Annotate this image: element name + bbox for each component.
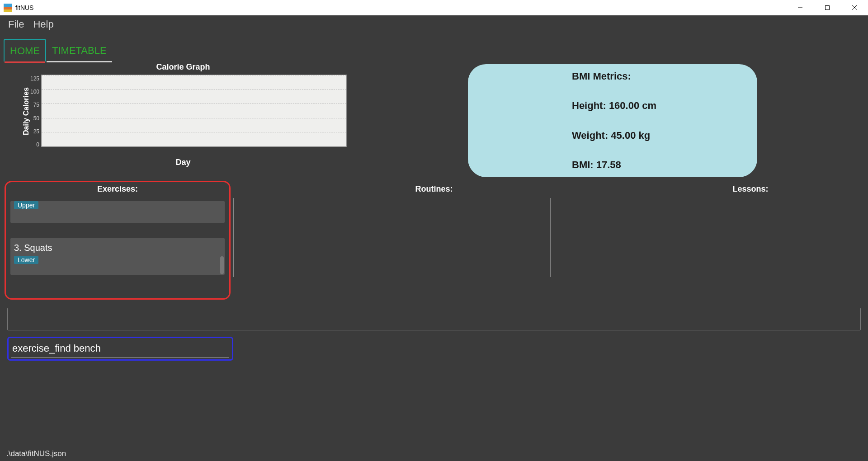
routines-panel xyxy=(237,198,547,300)
bmi-metrics-card: BMI Metrics: Height: 160.00 cm Weight: 4… xyxy=(468,64,757,177)
content-area: Calorie Graph Daily Calories 125 100 75 … xyxy=(0,61,868,461)
ytick: 75 xyxy=(30,102,39,108)
result-display xyxy=(7,308,861,330)
scrollbar-thumb[interactable] xyxy=(220,256,224,274)
bmi-value: BMI: 17.58 xyxy=(572,159,748,171)
maximize-button[interactable] xyxy=(814,0,841,15)
panels-body: Upper 3. Squats Lower xyxy=(5,198,863,300)
exercise-name: 3. Squats xyxy=(14,243,221,253)
minimize-button[interactable] xyxy=(787,0,814,15)
tab-bar: HOME TIMETABLE xyxy=(0,33,868,61)
ytick: 100 xyxy=(30,89,39,95)
exercises-list[interactable]: Upper 3. Squats Lower xyxy=(9,199,226,281)
ytick: 25 xyxy=(30,128,39,135)
bmi-weight: Weight: 45.00 kg xyxy=(572,130,748,141)
title-bar: fitNUS xyxy=(0,0,868,15)
tab-home[interactable]: HOME xyxy=(4,39,46,61)
status-bar-path: .\data\fitNUS.json xyxy=(5,446,863,461)
close-button[interactable] xyxy=(841,0,868,15)
bmi-height: Height: 160.00 cm xyxy=(572,100,748,112)
exercise-tag: Upper xyxy=(14,201,38,209)
bmi-title: BMI Metrics: xyxy=(572,71,748,82)
command-area xyxy=(7,337,861,361)
window-controls xyxy=(787,0,868,15)
command-input-highlight xyxy=(7,337,233,361)
chart-xlabel: Day xyxy=(175,158,190,167)
chart-plot-area xyxy=(41,75,347,147)
ytick: 125 xyxy=(30,75,39,82)
chart-ylabel: Daily Calories xyxy=(19,75,30,148)
app-icon xyxy=(4,4,12,12)
tab-timetable[interactable]: TIMETABLE xyxy=(46,39,113,61)
panel-divider xyxy=(550,198,551,277)
window-title: fitNUS xyxy=(15,4,33,11)
lessons-title: Lessons: xyxy=(637,183,863,196)
app-body: File Help HOME TIMETABLE Calorie Graph D… xyxy=(0,15,868,461)
routines-title: Routines: xyxy=(231,183,637,196)
ytick: 0 xyxy=(30,141,39,148)
list-item[interactable]: Upper xyxy=(10,201,225,223)
menu-help[interactable]: Help xyxy=(33,19,53,30)
chart-title: Calorie Graph xyxy=(156,62,210,72)
panel-divider xyxy=(233,198,234,277)
list-item[interactable]: 3. Squats Lower xyxy=(10,238,225,275)
chart-yticks: 125 100 75 50 25 0 xyxy=(30,75,41,148)
lessons-panel xyxy=(553,198,863,300)
command-input[interactable] xyxy=(11,340,229,358)
top-row: Calorie Graph Daily Calories 125 100 75 … xyxy=(5,64,863,181)
menu-file[interactable]: File xyxy=(8,19,24,30)
exercise-tag: Lower xyxy=(14,256,38,264)
ytick: 50 xyxy=(30,115,39,122)
svg-rect-1 xyxy=(826,5,830,9)
exercises-panel-highlight: Upper 3. Squats Lower xyxy=(5,181,231,300)
menu-bar: File Help xyxy=(0,15,868,33)
calorie-chart: Calorie Graph Daily Calories 125 100 75 … xyxy=(5,64,362,181)
